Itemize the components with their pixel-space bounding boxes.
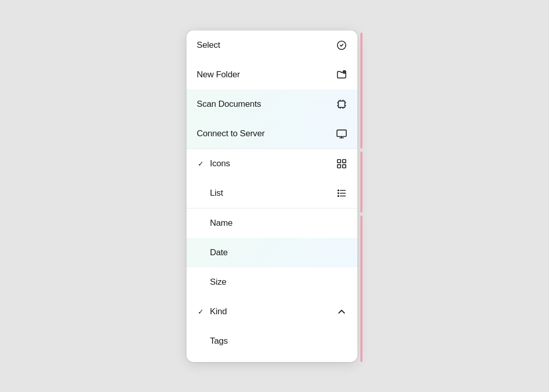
- check-circle-icon: [336, 40, 347, 51]
- menu-container: Select New Folder: [187, 31, 362, 362]
- svg-rect-17: [343, 159, 346, 162]
- menu-item-select[interactable]: Select: [187, 31, 357, 60]
- scrollbar-segment-2: [360, 152, 362, 213]
- menu-item-tags[interactable]: ✓ Tags: [187, 326, 357, 356]
- scan-documents-label: Scan Documents: [197, 99, 261, 109]
- menu-item-name[interactable]: ✓ Name: [187, 208, 357, 238]
- menu-item-date[interactable]: ✓ Date: [187, 238, 357, 267]
- date-label: Date: [210, 248, 228, 258]
- scrollbar-segment-3: [360, 216, 362, 362]
- connect-to-server-label: Connect to Server: [197, 129, 265, 139]
- svg-point-23: [338, 190, 339, 191]
- select-label: Select: [197, 40, 220, 50]
- monitor-icon: [336, 128, 347, 139]
- svg-rect-19: [343, 164, 346, 167]
- grid-icon: [336, 158, 347, 169]
- section-sort: ✓ Name ✓ Date ✓ Size ✓ Kind: [187, 208, 357, 356]
- list-label: List: [210, 188, 223, 198]
- svg-rect-13: [337, 130, 346, 136]
- kind-label: Kind: [210, 307, 227, 317]
- icons-checkmark: ✓: [197, 160, 205, 168]
- menu-item-connect-to-server[interactable]: Connect to Server: [187, 119, 357, 148]
- scan-icon: [336, 99, 347, 110]
- menu-item-list[interactable]: ✓ List: [187, 178, 357, 208]
- menu-panel: Select New Folder: [187, 31, 357, 362]
- svg-point-24: [338, 193, 339, 194]
- chevron-up-icon: [336, 306, 347, 317]
- menu-item-kind[interactable]: ✓ Kind: [187, 297, 357, 326]
- menu-item-new-folder[interactable]: New Folder: [187, 60, 357, 89]
- section-view: ✓ Icons ✓ List: [187, 149, 357, 208]
- svg-rect-18: [338, 164, 341, 167]
- list-icon: [336, 188, 347, 199]
- menu-item-scan-documents[interactable]: Scan Documents: [187, 89, 357, 119]
- scrollbar-segment-1: [360, 33, 362, 148]
- new-folder-label: New Folder: [197, 70, 240, 80]
- svg-rect-16: [338, 159, 341, 162]
- menu-item-size[interactable]: ✓ Size: [187, 267, 357, 297]
- name-label: Name: [210, 218, 233, 228]
- icons-label: Icons: [210, 159, 230, 169]
- tags-label: Tags: [210, 336, 228, 346]
- scrollbar-accents: [360, 31, 362, 362]
- svg-point-25: [338, 195, 339, 196]
- section-actions: Select New Folder: [187, 31, 357, 149]
- kind-checkmark: ✓: [197, 308, 205, 316]
- menu-item-icons[interactable]: ✓ Icons: [187, 149, 357, 178]
- folder-plus-icon: [336, 69, 347, 80]
- svg-rect-4: [339, 101, 345, 107]
- size-label: Size: [210, 277, 226, 287]
